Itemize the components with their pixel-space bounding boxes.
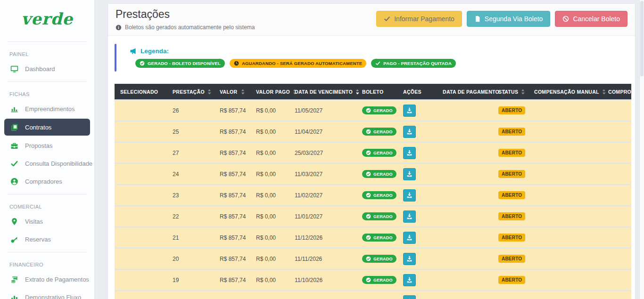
table-cell-prestacao: 21	[167, 227, 214, 248]
table-cell-data-de-pagamento	[437, 100, 493, 121]
table-cell-comprovante	[603, 269, 631, 291]
sidebar-item-compradores[interactable]: Compradores	[0, 172, 94, 190]
download-boleto-button[interactable]	[403, 126, 416, 138]
table-cell-status: ABERTO	[493, 185, 528, 206]
table-cell-selecionado[interactable]	[115, 206, 167, 227]
legend-badge-label: AGUARDANDO - SERÁ GERADO AUTOMATICAMENTE	[242, 61, 362, 66]
table-cell-compensacao-manual	[528, 269, 603, 291]
check-icon	[375, 61, 380, 66]
table-cell-selecionado[interactable]	[115, 227, 167, 248]
sort-icon	[355, 89, 359, 95]
table-cell-status: ABERTO	[493, 248, 528, 269]
sidebar-item-visitas[interactable]: Visitas	[0, 212, 94, 230]
table-cell-valor-pago: R$ 0,00	[250, 227, 289, 248]
sidebar-item-dashboard[interactable]: Dashboard	[0, 60, 94, 78]
check-circle-icon	[366, 235, 371, 240]
cancelar-boleto-button[interactable]: Cancelar Boleto	[555, 11, 627, 27]
column-header-prestacao[interactable]: PRESTAÇÃO	[167, 84, 214, 100]
download-boleto-button[interactable]	[403, 168, 416, 180]
legend-panel: Legenda: GERADO - BOLETO DISPONÍVELAGUAR…	[115, 44, 628, 72]
column-label: VALOR PAGO	[256, 89, 290, 95]
boleto-status-badge: GERADO	[362, 212, 396, 220]
download-boleto-button[interactable]	[403, 105, 416, 117]
sidebar-item-label: Visitas	[25, 218, 43, 225]
check-circle-icon	[366, 171, 371, 177]
table-cell-selecionado[interactable]	[115, 269, 167, 291]
table-cell-data-de-pagamento	[437, 121, 493, 142]
table-cell-data-de-vencimento: 25/03/2027	[289, 142, 356, 163]
sidebar-item-extrato-de-pagamentos[interactable]: Extrato de Pagamentos	[0, 270, 94, 288]
scrollbar-thumb[interactable]	[640, 1, 644, 76]
column-header-data-de-pagamento[interactable]: DATA DE PAGAMENTO	[437, 84, 493, 100]
sidebar-divider	[8, 194, 87, 194]
table-row: 22R$ 857,74R$ 0,0011/01/2027GERADOABERTO	[115, 206, 631, 227]
table-cell-prestacao: 19	[167, 269, 214, 291]
table-cell-boleto: GERADO	[356, 142, 397, 163]
table-cell-comprovante	[603, 185, 631, 206]
table-cell-selecionado[interactable]	[115, 100, 167, 121]
sidebar-section-painel: PAINEL	[0, 46, 94, 60]
table-cell-valor-pago: R$ 0,00	[250, 142, 289, 163]
table-cell-data-de-pagamento	[437, 291, 493, 299]
table-cell-selecionado[interactable]	[115, 248, 167, 269]
status-badge: ABERTO	[498, 149, 525, 157]
column-header-data-de-vencimento[interactable]: DATA DE VENCIMENTO	[289, 84, 356, 100]
column-label: COMPENSAÇÃO MANUAL	[534, 89, 599, 95]
download-boleto-button[interactable]	[403, 189, 416, 202]
table-cell-status: ABERTO	[493, 142, 528, 163]
table-cell-selecionado[interactable]	[115, 291, 167, 299]
table-cell-selecionado[interactable]	[115, 121, 167, 142]
sidebar-item-demonstrativo-fluxo[interactable]: Demonstrativo Fluxo	[0, 288, 94, 299]
sidebar-item-consulta-disponibilidade[interactable]: Consulta Disponibilidade	[0, 154, 94, 172]
download-boleto-button[interactable]	[403, 253, 416, 265]
segunda-via-boleto-button[interactable]: Segunda Via Boleto	[467, 11, 551, 27]
table-cell-data-de-vencimento: 11/02/2027	[289, 185, 356, 206]
table-cell-acoes	[397, 185, 437, 206]
column-header-status[interactable]: STATUS	[493, 84, 528, 100]
column-header-comprovante: COMPROVANTE	[603, 84, 631, 100]
brand-logo[interactable]: verde	[0, 0, 94, 38]
table-cell-acoes	[397, 291, 437, 299]
check-circle-icon	[366, 150, 371, 155]
table-cell-selecionado[interactable]	[115, 185, 167, 206]
table-cell-status	[493, 291, 528, 299]
vertical-scrollbar[interactable]	[639, 0, 644, 299]
table-row: 20R$ 857,74R$ 0,0011/11/2026GERADOABERTO	[115, 248, 631, 269]
book-icon	[10, 123, 18, 131]
sidebar-item-reservas[interactable]: Reservas	[0, 230, 94, 248]
sidebar-item-empreendimentos[interactable]: Empreendimentos	[0, 100, 94, 118]
download-boleto-button[interactable]	[403, 232, 416, 244]
download-boleto-button[interactable]	[403, 147, 416, 159]
download-boleto-button[interactable]	[403, 295, 416, 299]
table-cell-compensacao-manual	[528, 100, 603, 121]
table-cell-selecionado[interactable]	[115, 163, 167, 185]
boleto-badge-label: GERADO	[373, 108, 393, 113]
sidebar-item-label: Empreendimentos	[25, 105, 75, 113]
app-root: { "brand": { "name": "verde" }, "sidebar…	[0, 0, 644, 299]
table-cell-acoes	[397, 142, 437, 163]
button-label: Informar Pagamento	[394, 15, 454, 23]
column-header-compensacao-manual[interactable]: COMPENSAÇÃO MANUAL	[528, 84, 603, 100]
table-cell-selecionado[interactable]	[115, 142, 167, 163]
column-header-valor-pago[interactable]: VALOR PAGO	[250, 84, 289, 100]
table-cell-valor: R$ 857,74	[214, 206, 250, 227]
table-cell-acoes	[397, 248, 437, 269]
prestacoes-table: SELECIONADOPRESTAÇÃOVALORVALOR PAGODATA …	[115, 84, 631, 299]
boleto-status-badge: GERADO	[362, 276, 396, 284]
download-boleto-button[interactable]	[403, 210, 416, 223]
button-label: Segunda Via Boleto	[485, 15, 543, 23]
table-row: 23R$ 857,74R$ 0,0011/02/2027GERADOABERTO	[115, 185, 631, 206]
header-buttons: Informar PagamentoSegunda Via BoletoCanc…	[376, 11, 627, 27]
download-boleto-button[interactable]	[403, 274, 416, 286]
sidebar-item-label: Propostas	[25, 142, 53, 149]
table-cell-valor: R$ 857,74	[214, 227, 250, 248]
column-header-valor[interactable]: VALOR	[214, 84, 250, 100]
sidebar-item-contratos[interactable]: Contratos	[4, 119, 90, 136]
column-header-acoes: AÇÕES	[397, 84, 437, 100]
informar-pagamento-button[interactable]: Informar Pagamento	[376, 11, 462, 27]
table-cell-valor-pago: R$ 0,00	[250, 206, 289, 227]
table-cell-acoes	[397, 227, 437, 248]
sidebar-item-propostas[interactable]: Propostas	[0, 137, 94, 154]
table-cell-valor-pago: R$ 0,00	[250, 248, 289, 269]
download-icon	[406, 150, 413, 156]
